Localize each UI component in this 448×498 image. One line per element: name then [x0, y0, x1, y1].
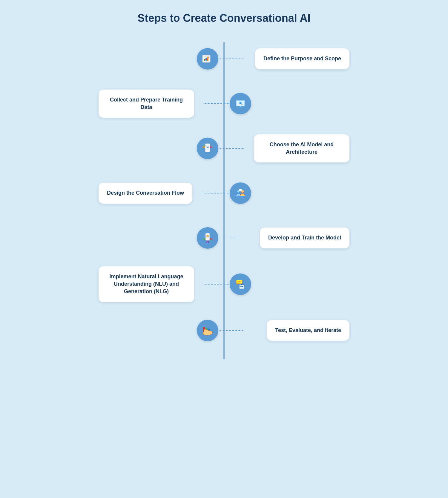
card-area-3: Choose the AI Model and Architecture	[243, 134, 358, 162]
card-area-4: Design the Conversation Flow	[90, 183, 205, 203]
connector-2	[205, 103, 228, 104]
svg-point-16	[203, 146, 205, 148]
step-5-icon	[197, 227, 218, 249]
card-area-1: Define the Purpose and Scope	[243, 48, 358, 69]
step-card-6: Implement Natural Language Understanding…	[99, 266, 194, 302]
icon-area-7	[196, 320, 220, 341]
step-1-icon	[197, 48, 218, 70]
icon-area-1	[196, 48, 220, 70]
timeline-row-1: Define the Purpose and Scope	[90, 42, 358, 75]
connector-6	[205, 284, 228, 285]
svg-rect-38	[241, 284, 242, 285]
icon-area-6	[228, 273, 252, 295]
svg-rect-7	[236, 100, 245, 101]
step-card-4: Design the Conversation Flow	[99, 183, 192, 203]
step-card-2: Collect and Prepare Training Data	[99, 90, 194, 118]
svg-rect-21	[239, 189, 242, 191]
card-area-7: Test, Evaluate, and Iterate	[243, 320, 358, 341]
timeline-container: Define the Purpose and Scope Collect and…	[90, 42, 358, 359]
step-2-icon	[230, 93, 251, 114]
timeline-row-6: Implement Natural Language Understanding…	[90, 266, 358, 302]
step-label-7: Test, Evaluate, and Iterate	[275, 327, 341, 334]
step-card-7: Test, Evaluate, and Iterate	[267, 320, 349, 341]
svg-rect-32	[236, 280, 242, 284]
step-label-5: Develop and Train the Model	[268, 234, 341, 242]
icon-area-5	[196, 227, 220, 249]
svg-text:AI: AI	[207, 146, 209, 148]
connector-4	[205, 193, 228, 193]
svg-rect-11	[240, 106, 241, 107]
svg-point-26	[203, 238, 205, 240]
svg-rect-10	[241, 104, 243, 105]
svg-point-18	[210, 146, 212, 148]
step-label-6: Implement Natural Language Understanding…	[107, 273, 186, 296]
connector-1	[220, 59, 243, 59]
svg-point-28	[207, 241, 208, 243]
step-label-1: Define the Purpose and Scope	[263, 55, 341, 62]
step-label-2: Collect and Prepare Training Data	[107, 96, 186, 111]
svg-rect-12	[239, 107, 242, 107]
svg-point-25	[207, 236, 208, 236]
svg-point-27	[210, 238, 212, 240]
timeline-row-3: AI Choose the AI Model and Architecture	[90, 132, 358, 165]
connector-5	[220, 238, 243, 238]
step-label-4: Design the Conversation Flow	[107, 189, 184, 197]
svg-point-17	[204, 145, 205, 146]
step-7-icon	[197, 320, 218, 341]
timeline-row-5: Develop and Train the Model	[90, 222, 358, 254]
connector-3	[220, 148, 243, 149]
svg-rect-1	[202, 55, 210, 57]
card-area-6: Implement Natural Language Understanding…	[90, 266, 205, 302]
page-container: Steps to Create Conversational AI	[90, 12, 358, 359]
svg-point-37	[242, 286, 243, 287]
step-card-1: Define the Purpose and Scope	[255, 48, 349, 69]
step-6-icon	[230, 273, 251, 295]
connector-7	[220, 330, 243, 331]
icon-area-4	[228, 182, 252, 204]
icon-area-2	[228, 93, 252, 114]
step-label-3: Choose the AI Model and Architecture	[262, 141, 341, 156]
card-area-5: Develop and Train the Model	[243, 228, 358, 248]
card-area-2: Collect and Prepare Training Data	[90, 90, 205, 118]
timeline-row-2: Collect and Prepare Training Data	[90, 87, 358, 120]
page-title: Steps to Create Conversational AI	[138, 12, 311, 24]
timeline-row-7: Test, Evaluate, and Iterate	[90, 314, 358, 347]
step-3-icon: AI	[197, 138, 218, 159]
icon-area-3: AI	[196, 138, 220, 159]
timeline-row-4: Design the Conversation Flow	[90, 177, 358, 210]
step-card-5: Develop and Train the Model	[260, 228, 349, 248]
svg-point-36	[240, 286, 242, 287]
svg-rect-9	[242, 103, 242, 104]
step-card-3: Choose the AI Model and Architecture	[254, 134, 349, 162]
step-4-icon	[230, 182, 251, 204]
